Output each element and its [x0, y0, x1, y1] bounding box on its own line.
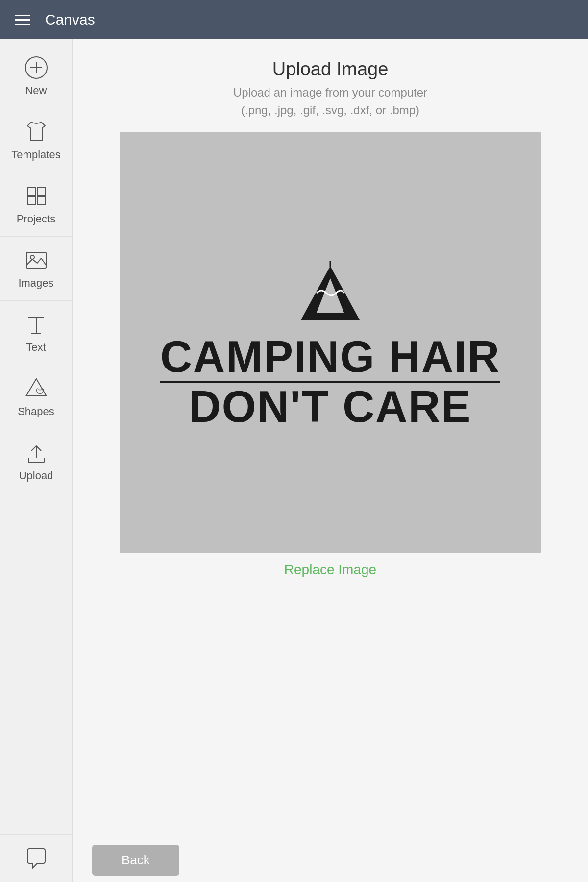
replace-image-button[interactable]: Replace Image [120, 562, 541, 578]
shirt-icon [24, 119, 49, 145]
sidebar-item-upload-label: Upload [19, 469, 53, 482]
plus-circle-icon [24, 55, 49, 80]
svg-rect-3 [27, 187, 35, 195]
svg-rect-6 [37, 197, 45, 205]
svg-marker-12 [26, 379, 46, 395]
sidebar-item-images[interactable]: Images [0, 237, 72, 301]
tent-illustration [291, 256, 369, 335]
shapes-icon [24, 376, 49, 401]
camping-text-line1: CAMPING HAIR [160, 335, 500, 379]
sidebar-item-shapes[interactable]: Shapes [0, 365, 72, 429]
menu-button[interactable] [15, 15, 30, 25]
topbar: Canvas [0, 0, 588, 39]
camping-text-line2: DON'T CARE [160, 385, 500, 429]
sidebar-item-projects[interactable]: Projects [0, 172, 72, 237]
image-preview-container: CAMPING HAIR DON'T CARE Replace Image [120, 132, 541, 578]
svg-point-8 [30, 255, 34, 259]
projects-icon [24, 183, 49, 209]
main-content: Upload Image Upload an image from your c… [73, 39, 588, 882]
sidebar-item-text[interactable]: Text [0, 301, 72, 365]
sidebar: New Templates Projects Images [0, 39, 73, 882]
sidebar-item-shapes-label: Shapes [18, 405, 54, 418]
upload-subtitle: Upload an image from your computer [102, 86, 559, 99]
sidebar-item-new[interactable]: New [0, 44, 72, 108]
text-icon [24, 312, 49, 337]
sidebar-item-text-label: Text [26, 341, 46, 354]
bottom-bar: Back [73, 838, 588, 882]
image-preview[interactable]: CAMPING HAIR DON'T CARE [120, 132, 541, 553]
sidebar-item-new-label: New [25, 84, 47, 97]
sidebar-item-projects-label: Projects [17, 213, 55, 225]
chat-button[interactable] [0, 834, 72, 882]
back-button[interactable]: Back [92, 845, 179, 876]
sidebar-item-templates[interactable]: Templates [0, 108, 72, 172]
sidebar-item-upload[interactable]: Upload [0, 429, 72, 493]
sidebar-item-templates-label: Templates [11, 148, 60, 161]
svg-rect-4 [37, 187, 45, 195]
upload-formats: (.png, .jpg, .gif, .svg, .dxf, or .bmp) [102, 103, 559, 117]
app-title: Canvas [45, 11, 95, 28]
camping-graphic: CAMPING HAIR DON'T CARE [160, 256, 500, 429]
upload-icon [24, 440, 49, 466]
upload-title: Upload Image [102, 59, 559, 80]
svg-rect-5 [27, 197, 35, 205]
images-icon [24, 247, 49, 273]
chat-icon [24, 846, 49, 871]
sidebar-item-images-label: Images [18, 277, 53, 290]
